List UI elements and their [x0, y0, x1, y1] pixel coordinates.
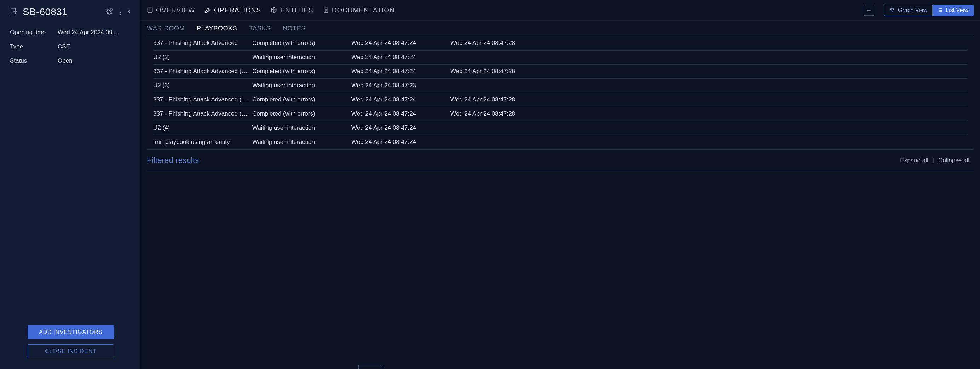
playbook-name: 337 - Phishing Attack Advanced (…	[153, 93, 252, 107]
subtab-war-room[interactable]: WAR ROOM	[147, 25, 185, 32]
gear-icon[interactable]	[106, 8, 113, 17]
playbook-start-time: Wed 24 Apr 24 08:47:24	[351, 135, 450, 149]
playbook-name: 337 - Phishing Attack Advanced (…	[153, 107, 252, 121]
playbook-end-time	[450, 135, 967, 149]
table-row[interactable]: 337 - Phishing Attack Advanced (…Complet…	[153, 93, 967, 107]
table-row[interactable]: 337 - Phishing Attack AdvancedCompleted …	[153, 36, 967, 50]
graph-view-button[interactable]: Graph View	[885, 5, 932, 16]
close-incident-button[interactable]: CLOSE INCIDENT	[28, 344, 114, 358]
playbook-status: Completed (with errors)	[252, 93, 351, 107]
incident-sidebar: SB-60831 ⋮ Opening time Wed 24 Apr 2	[0, 0, 140, 369]
tab-label: OPERATIONS	[214, 6, 261, 14]
tab-label: DOCUMENTATION	[332, 6, 395, 14]
tab-documentation[interactable]: DOCUMENTATION	[323, 6, 395, 14]
expand-all-link[interactable]: Expand all	[900, 157, 928, 164]
tools-icon	[204, 7, 211, 14]
field-value: CSE	[58, 43, 132, 50]
document-icon	[323, 7, 329, 14]
playbook-start-time: Wed 24 Apr 24 08:47:23	[351, 78, 450, 93]
tab-entities[interactable]: ENTITIES	[270, 6, 313, 14]
playbook-end-time	[450, 78, 967, 93]
playbook-start-time: Wed 24 Apr 24 08:47:24	[351, 50, 450, 64]
list-icon	[937, 8, 943, 13]
playbook-start-time: Wed 24 Apr 24 08:47:24	[351, 93, 450, 107]
field-value: Wed 24 Apr 2024 09…	[58, 29, 132, 36]
add-button[interactable]	[864, 5, 874, 16]
view-label: List View	[946, 7, 968, 13]
playbook-status: Waiting user interaction	[252, 50, 351, 64]
table-row[interactable]: U2 (2)Waiting user interactionWed 24 Apr…	[153, 50, 967, 64]
svg-point-1	[109, 10, 111, 12]
playbook-start-time: Wed 24 Apr 24 08:47:24	[351, 121, 450, 135]
playbook-start-time: Wed 24 Apr 24 08:47:24	[351, 107, 450, 121]
table-row[interactable]: 337 - Phishing Attack Advanced (…Complet…	[153, 64, 967, 78]
filtered-results-title: Filtered results	[147, 156, 199, 165]
playbook-end-time: Wed 24 Apr 24 08:47:28	[450, 36, 967, 50]
tab-operations[interactable]: OPERATIONS	[204, 6, 261, 14]
chart-icon	[147, 7, 153, 13]
playbook-end-time: Wed 24 Apr 24 08:47:28	[450, 64, 967, 78]
collapse-sidebar-icon[interactable]	[127, 8, 132, 17]
more-menu-icon[interactable]: ⋮	[117, 8, 123, 16]
incident-id: SB-60831	[23, 6, 101, 18]
field-opening-time: Opening time Wed 24 Apr 2024 09…	[10, 25, 132, 40]
filtered-results-bar: Filtered results Expand all | Collapse a…	[140, 149, 980, 167]
playbook-end-time	[450, 50, 967, 64]
field-label: Opening time	[10, 29, 58, 36]
collapse-all-link[interactable]: Collapse all	[938, 157, 969, 164]
cube-icon	[270, 7, 277, 14]
view-toggle: Graph View List View	[884, 5, 974, 16]
filtered-results-area	[147, 170, 974, 369]
tab-label: ENTITIES	[280, 6, 313, 14]
playbook-status: Completed (with errors)	[252, 107, 351, 121]
field-label: Status	[10, 57, 58, 64]
field-type: Type CSE	[10, 40, 132, 54]
playbook-name: U2 (3)	[153, 78, 252, 93]
field-label: Type	[10, 43, 58, 50]
main-content: OVERVIEW OPERATIONS ENTITIES	[140, 0, 980, 369]
add-investigators-button[interactable]: ADD INVESTIGATORS	[28, 325, 114, 339]
table-row[interactable]: 337 - Phishing Attack Advanced (…Complet…	[153, 107, 967, 121]
playbook-status: Waiting user interaction	[252, 135, 351, 149]
table-row[interactable]: U2 (4)Waiting user interactionWed 24 Apr…	[153, 121, 967, 135]
playbook-status: Completed (with errors)	[252, 64, 351, 78]
svg-point-6	[892, 11, 893, 12]
tab-label: OVERVIEW	[156, 6, 195, 14]
playbook-name: 337 - Phishing Attack Advanced	[153, 36, 252, 50]
sub-tabs: WAR ROOM PLAYBOOKS TASKS NOTES	[140, 21, 980, 36]
table-row[interactable]: U2 (3)Waiting user interactionWed 24 Apr…	[153, 78, 967, 93]
view-label: Graph View	[898, 7, 927, 13]
subtab-tasks[interactable]: TASKS	[249, 25, 270, 32]
playbook-status: Waiting user interaction	[252, 78, 351, 93]
playbook-start-time: Wed 24 Apr 24 08:47:24	[351, 64, 450, 78]
playbook-end-time	[450, 121, 967, 135]
subtab-notes[interactable]: NOTES	[283, 25, 305, 32]
divider: |	[932, 157, 934, 164]
tab-overview[interactable]: OVERVIEW	[147, 6, 195, 14]
table-row[interactable]: fmr_playbook using an entityWaiting user…	[153, 135, 967, 149]
bottom-drawer-handle[interactable]	[358, 365, 382, 369]
playbook-name: U2 (4)	[153, 121, 252, 135]
playbook-name: U2 (2)	[153, 50, 252, 64]
playbook-end-time: Wed 24 Apr 24 08:47:28	[450, 93, 967, 107]
field-status: Status Open	[10, 54, 132, 68]
graph-icon	[889, 8, 895, 13]
top-toolbar: OVERVIEW OPERATIONS ENTITIES	[140, 0, 980, 21]
plus-icon	[866, 8, 872, 13]
playbook-start-time: Wed 24 Apr 24 08:47:24	[351, 36, 450, 50]
playbook-end-time: Wed 24 Apr 24 08:47:28	[450, 107, 967, 121]
playbook-table: 337 - Phishing Attack AdvancedCompleted …	[147, 36, 974, 149]
exit-icon[interactable]	[10, 8, 18, 17]
playbook-status: Completed (with errors)	[252, 36, 351, 50]
field-value: Open	[58, 57, 132, 64]
subtab-playbooks[interactable]: PLAYBOOKS	[197, 25, 237, 32]
playbook-name: fmr_playbook using an entity	[153, 135, 252, 149]
playbook-status: Waiting user interaction	[252, 121, 351, 135]
playbook-name: 337 - Phishing Attack Advanced (…	[153, 64, 252, 78]
list-view-button[interactable]: List View	[932, 5, 973, 16]
